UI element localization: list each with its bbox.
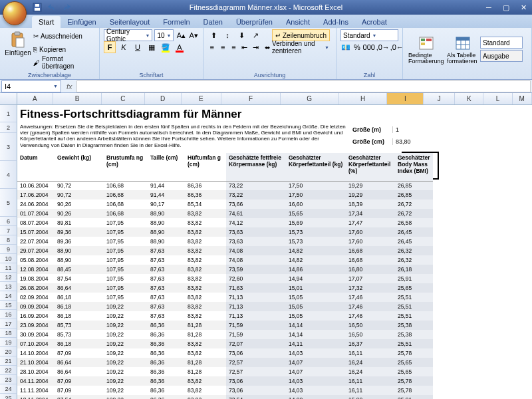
table-cell[interactable]: 26,32 [395, 246, 433, 255]
format-as-table-button[interactable]: Als Tabelle formatieren [446, 33, 480, 66]
italic-button[interactable]: K [118, 41, 130, 53]
table-cell[interactable]: 86,36 [185, 181, 226, 190]
table-cell[interactable]: 25,38 [395, 321, 433, 330]
ribbon-tab-daten[interactable]: Daten [197, 16, 229, 28]
cells-area[interactable]: Fitness-Fortschrittsdiagramm für Männer … [17, 105, 532, 399]
table-cell[interactable]: 14,82 [286, 255, 346, 265]
row-header-9[interactable]: 9 [0, 245, 17, 254]
table-cell[interactable]: 87,63 [148, 283, 185, 293]
ribbon-tab-add-ins[interactable]: Add-Ins [317, 16, 355, 28]
office-button[interactable] [3, 1, 27, 25]
table-cell[interactable]: 73,63 [226, 237, 286, 246]
row-header-7[interactable]: 7 [0, 226, 17, 235]
cut-button[interactable]: ✂Ausschneiden [33, 30, 95, 42]
table-cell[interactable]: 17,50 [286, 181, 346, 190]
table-cell[interactable]: 74,08 [226, 246, 286, 255]
row-header-1[interactable]: 1 [0, 105, 17, 122]
table-cell[interactable]: 22.07.2004 [17, 237, 55, 246]
table-cell[interactable]: 23.09.2004 [17, 321, 55, 330]
table-cell[interactable]: 72,60 [226, 274, 286, 283]
table-cell[interactable]: 86,36 [148, 321, 185, 330]
table-cell[interactable]: 83,82 [185, 274, 226, 283]
table-cell[interactable]: 14,07 [286, 358, 346, 367]
table-cell[interactable]: 16,11 [346, 348, 395, 358]
row-header-4[interactable]: 4 [0, 161, 17, 189]
table-cell[interactable]: 14.10.2004 [17, 348, 55, 358]
table-cell[interactable]: 81,28 [185, 321, 226, 330]
copy-button[interactable]: ⎘Kopieren [33, 43, 95, 55]
table-cell[interactable]: 107,95 [104, 274, 148, 283]
minimize-button[interactable]: ─ [480, 2, 497, 13]
table-cell[interactable]: 87,54 [55, 274, 104, 283]
row-header-5[interactable]: 5 [0, 189, 17, 217]
table-cell[interactable]: 88,45 [55, 265, 104, 274]
table-cell[interactable]: 109,22 [104, 386, 148, 395]
save-icon[interactable] [32, 2, 43, 13]
table-cell[interactable]: 25,78 [395, 386, 433, 395]
format-painter-button[interactable]: 🖌Format übertragen [33, 57, 95, 68]
percent-icon[interactable]: % [353, 41, 361, 53]
increase-decimal-icon[interactable]: ,0→ [377, 41, 389, 53]
table-cell[interactable]: 30.09.2004 [17, 330, 55, 339]
col-header-I[interactable]: I [387, 93, 424, 104]
table-cell[interactable]: 87,63 [148, 265, 185, 274]
table-cell[interactable]: 73,54 [226, 395, 286, 399]
table-cell[interactable]: 88,90 [55, 255, 104, 265]
table-cell[interactable]: 83,82 [185, 348, 226, 358]
align-right-icon[interactable]: ≡ [229, 41, 238, 53]
table-cell[interactable]: 86,36 [148, 348, 185, 358]
table-cell[interactable]: 109,22 [104, 302, 148, 311]
col-header-G[interactable]: G [281, 93, 339, 104]
table-cell[interactable]: 10.06.2004 [17, 181, 55, 190]
table-cell[interactable]: 73,06 [226, 348, 286, 358]
table-cell[interactable]: 106,68 [104, 181, 148, 190]
table-cell[interactable]: 15,05 [286, 293, 346, 302]
table-cell[interactable]: 21.10.2004 [17, 358, 55, 367]
table-cell[interactable]: 91,44 [148, 181, 185, 190]
table-cell[interactable]: 83,82 [185, 255, 226, 265]
table-cell[interactable]: 90,26 [55, 200, 104, 209]
table-cell[interactable]: 71,13 [226, 293, 286, 302]
table-cell[interactable]: 83,82 [185, 246, 226, 255]
table-cell[interactable]: 15,99 [346, 395, 395, 399]
table-cell[interactable]: 15,01 [286, 283, 346, 293]
table-cell[interactable]: 15,65 [286, 209, 346, 218]
col-header-B[interactable]: B [53, 93, 102, 104]
table-cell[interactable]: 15,05 [286, 311, 346, 321]
row-header-11[interactable]: 11 [0, 263, 17, 273]
table-cell[interactable]: 107,95 [104, 218, 148, 227]
table-cell[interactable]: 83,82 [185, 386, 226, 395]
table-cell[interactable]: 15.07.2004 [17, 227, 55, 237]
col-header-J[interactable]: J [424, 93, 455, 104]
table-cell[interactable]: 87,63 [148, 246, 185, 255]
col-header-H[interactable]: H [339, 93, 388, 104]
table-cell[interactable]: 87,63 [148, 293, 185, 302]
fill-color-button[interactable]: 🪣 [160, 41, 172, 53]
table-cell[interactable]: 107,95 [104, 265, 148, 274]
table-cell[interactable]: 71,63 [226, 283, 286, 293]
grow-font-icon[interactable]: A▴ [176, 29, 186, 41]
table-cell[interactable]: 86,36 [148, 330, 185, 339]
decrease-decimal-icon[interactable]: ,0← [391, 41, 403, 53]
align-left-icon[interactable]: ≡ [207, 41, 216, 53]
col-header-M[interactable]: M [513, 93, 532, 104]
table-cell[interactable]: 109,22 [104, 311, 148, 321]
ribbon-tab-seitenlayout[interactable]: Seitenlayout [103, 16, 157, 28]
table-cell[interactable]: 16,80 [346, 265, 395, 274]
table-cell[interactable]: 16,68 [346, 246, 395, 255]
align-middle-icon[interactable]: ↕ [221, 29, 233, 41]
cell-style-standard[interactable]: Standard [480, 37, 523, 49]
table-cell[interactable]: 87,63 [148, 274, 185, 283]
table-cell[interactable]: 71,59 [226, 321, 286, 330]
bold-button[interactable]: F [104, 41, 116, 53]
table-cell[interactable]: 89,36 [55, 237, 104, 246]
table-cell[interactable]: 73,22 [226, 190, 286, 200]
row-header-20[interactable]: 20 [0, 347, 17, 356]
table-cell[interactable]: 17,50 [286, 190, 346, 200]
row-header-3[interactable]: 3 [0, 133, 17, 161]
table-cell[interactable]: 86,36 [148, 367, 185, 376]
table-cell[interactable]: 72,57 [226, 367, 286, 376]
table-cell[interactable]: 83,82 [185, 293, 226, 302]
formula-input[interactable] [76, 80, 531, 92]
table-cell[interactable]: 26,72 [395, 200, 433, 209]
